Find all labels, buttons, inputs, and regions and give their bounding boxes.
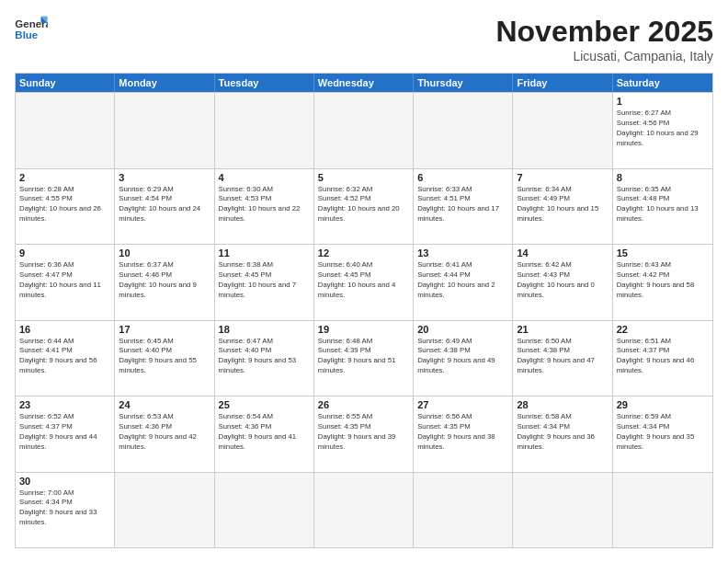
day-info: Sunrise: 6:51 AM Sunset: 4:37 PM Dayligh…: [617, 337, 709, 377]
calendar-cell-day-12: 12Sunrise: 6:40 AM Sunset: 4:45 PM Dayli…: [314, 245, 414, 320]
day-info: Sunrise: 6:44 AM Sunset: 4:41 PM Dayligh…: [19, 337, 110, 377]
day-info: Sunrise: 6:50 AM Sunset: 4:38 PM Dayligh…: [517, 337, 608, 377]
day-info: Sunrise: 6:58 AM Sunset: 4:34 PM Dayligh…: [517, 412, 608, 453]
day-number: 2: [19, 172, 110, 183]
day-info: Sunrise: 6:38 AM Sunset: 4:45 PM Dayligh…: [219, 260, 310, 301]
day-number: 27: [417, 399, 508, 410]
day-number: 3: [119, 172, 210, 183]
day-info: Sunrise: 6:35 AM Sunset: 4:48 PM Dayligh…: [617, 185, 709, 225]
weekday-header-wednesday: Wednesday: [314, 74, 414, 92]
day-info: Sunrise: 6:55 AM Sunset: 4:35 PM Dayligh…: [318, 412, 409, 453]
calendar-cell-day-10: 10Sunrise: 6:37 AM Sunset: 4:46 PM Dayli…: [115, 245, 214, 320]
day-info: Sunrise: 6:28 AM Sunset: 4:55 PM Dayligh…: [19, 185, 110, 225]
weekday-header-monday: Monday: [115, 74, 214, 92]
month-title: November 2025: [495, 15, 713, 49]
day-info: Sunrise: 6:45 AM Sunset: 4:40 PM Dayligh…: [119, 337, 210, 377]
calendar-cell-empty: [115, 473, 214, 548]
calendar-cell-day-22: 22Sunrise: 6:51 AM Sunset: 4:37 PM Dayli…: [613, 321, 712, 396]
day-number: 22: [617, 324, 709, 335]
day-info: Sunrise: 6:33 AM Sunset: 4:51 PM Dayligh…: [417, 185, 508, 225]
calendar-cell-day-26: 26Sunrise: 6:55 AM Sunset: 4:35 PM Dayli…: [314, 396, 414, 472]
day-info: Sunrise: 6:36 AM Sunset: 4:47 PM Dayligh…: [19, 260, 110, 301]
weekday-header-thursday: Thursday: [414, 74, 513, 92]
day-number: 13: [417, 247, 508, 259]
day-number: 17: [119, 324, 210, 335]
day-info: Sunrise: 6:32 AM Sunset: 4:52 PM Dayligh…: [318, 185, 409, 225]
calendar-cell-day-2: 2Sunrise: 6:28 AM Sunset: 4:55 PM Daylig…: [16, 169, 115, 245]
day-number: 16: [19, 324, 110, 335]
day-number: 30: [19, 476, 110, 487]
calendar-body: 1Sunrise: 6:27 AM Sunset: 4:56 PM Daylig…: [16, 92, 712, 547]
calendar-cell-empty: [314, 93, 414, 168]
calendar-cell-day-16: 16Sunrise: 6:44 AM Sunset: 4:41 PM Dayli…: [16, 321, 115, 396]
day-info: Sunrise: 6:56 AM Sunset: 4:35 PM Dayligh…: [417, 412, 508, 453]
day-info: Sunrise: 6:27 AM Sunset: 4:56 PM Dayligh…: [617, 109, 709, 149]
day-number: 15: [617, 247, 709, 259]
calendar-cell-day-19: 19Sunrise: 6:48 AM Sunset: 4:39 PM Dayli…: [314, 321, 414, 396]
day-number: 24: [119, 399, 210, 410]
calendar-cell-day-28: 28Sunrise: 6:58 AM Sunset: 4:34 PM Dayli…: [513, 396, 612, 472]
calendar-cell-day-21: 21Sunrise: 6:50 AM Sunset: 4:38 PM Dayli…: [513, 321, 612, 396]
calendar-cell-empty: [215, 93, 314, 168]
calendar-cell-day-15: 15Sunrise: 6:43 AM Sunset: 4:42 PM Dayli…: [613, 245, 712, 320]
day-info: Sunrise: 7:00 AM Sunset: 4:34 PM Dayligh…: [19, 488, 110, 529]
calendar-cell-day-30: 30Sunrise: 7:00 AM Sunset: 4:34 PM Dayli…: [16, 473, 115, 548]
day-number: 28: [517, 399, 608, 410]
day-number: 7: [517, 172, 608, 183]
calendar-cell-day-23: 23Sunrise: 6:52 AM Sunset: 4:37 PM Dayli…: [16, 396, 115, 472]
calendar-row-0: 1Sunrise: 6:27 AM Sunset: 4:56 PM Daylig…: [16, 92, 712, 168]
calendar-cell-empty: [314, 473, 414, 548]
day-number: 12: [318, 247, 409, 259]
calendar: SundayMondayTuesdayWednesdayThursdayFrid…: [15, 73, 713, 548]
day-number: 29: [617, 399, 709, 410]
calendar-cell-day-27: 27Sunrise: 6:56 AM Sunset: 4:35 PM Dayli…: [414, 396, 513, 472]
day-info: Sunrise: 6:40 AM Sunset: 4:45 PM Dayligh…: [318, 260, 409, 301]
day-number: 11: [219, 247, 310, 259]
weekday-header-sunday: Sunday: [16, 74, 115, 92]
calendar-cell-day-18: 18Sunrise: 6:47 AM Sunset: 4:40 PM Dayli…: [215, 321, 314, 396]
calendar-cell-day-8: 8Sunrise: 6:35 AM Sunset: 4:48 PM Daylig…: [613, 169, 712, 245]
day-number: 9: [19, 247, 110, 259]
calendar-cell-day-6: 6Sunrise: 6:33 AM Sunset: 4:51 PM Daylig…: [414, 169, 513, 245]
title-section: November 2025 Licusati, Campania, Italy: [495, 15, 713, 63]
calendar-cell-day-17: 17Sunrise: 6:45 AM Sunset: 4:40 PM Dayli…: [115, 321, 214, 396]
day-info: Sunrise: 6:41 AM Sunset: 4:44 PM Dayligh…: [417, 260, 508, 301]
calendar-cell-empty: [215, 473, 314, 548]
day-number: 23: [19, 399, 110, 410]
location: Licusati, Campania, Italy: [495, 49, 713, 63]
calendar-cell-empty: [613, 473, 712, 548]
day-info: Sunrise: 6:49 AM Sunset: 4:38 PM Dayligh…: [417, 337, 508, 377]
calendar-header: SundayMondayTuesdayWednesdayThursdayFrid…: [16, 74, 712, 92]
calendar-cell-day-24: 24Sunrise: 6:53 AM Sunset: 4:36 PM Dayli…: [115, 396, 214, 472]
logo: General Blue: [15, 15, 48, 42]
day-number: 4: [219, 172, 310, 183]
page-header: General Blue November 2025 Licusati, Cam…: [15, 15, 713, 63]
generalblue-logo-icon: General Blue: [15, 15, 48, 42]
calendar-cell-day-7: 7Sunrise: 6:34 AM Sunset: 4:49 PM Daylig…: [513, 169, 612, 245]
weekday-header-saturday: Saturday: [613, 74, 712, 92]
calendar-cell-empty: [513, 93, 612, 168]
calendar-cell-day-14: 14Sunrise: 6:42 AM Sunset: 4:43 PM Dayli…: [513, 245, 612, 320]
day-info: Sunrise: 6:42 AM Sunset: 4:43 PM Dayligh…: [517, 260, 608, 301]
calendar-row-2: 9Sunrise: 6:36 AM Sunset: 4:47 PM Daylig…: [16, 244, 712, 320]
calendar-cell-day-13: 13Sunrise: 6:41 AM Sunset: 4:44 PM Dayli…: [414, 245, 513, 320]
day-info: Sunrise: 6:53 AM Sunset: 4:36 PM Dayligh…: [119, 412, 210, 453]
day-number: 20: [417, 324, 508, 335]
day-number: 8: [617, 172, 709, 183]
day-info: Sunrise: 6:34 AM Sunset: 4:49 PM Dayligh…: [517, 185, 608, 225]
day-number: 18: [219, 324, 310, 335]
day-number: 6: [417, 172, 508, 183]
calendar-cell-empty: [513, 473, 612, 548]
weekday-header-friday: Friday: [513, 74, 612, 92]
calendar-row-4: 23Sunrise: 6:52 AM Sunset: 4:37 PM Dayli…: [16, 396, 712, 472]
calendar-cell-empty: [414, 473, 513, 548]
day-number: 5: [318, 172, 409, 183]
calendar-cell-day-25: 25Sunrise: 6:54 AM Sunset: 4:36 PM Dayli…: [215, 396, 314, 472]
day-number: 19: [318, 324, 409, 335]
day-info: Sunrise: 6:29 AM Sunset: 4:54 PM Dayligh…: [119, 185, 210, 225]
day-info: Sunrise: 6:37 AM Sunset: 4:46 PM Dayligh…: [119, 260, 210, 301]
calendar-cell-day-3: 3Sunrise: 6:29 AM Sunset: 4:54 PM Daylig…: [115, 169, 214, 245]
calendar-cell-day-20: 20Sunrise: 6:49 AM Sunset: 4:38 PM Dayli…: [414, 321, 513, 396]
calendar-cell-empty: [414, 93, 513, 168]
day-info: Sunrise: 6:54 AM Sunset: 4:36 PM Dayligh…: [219, 412, 310, 453]
